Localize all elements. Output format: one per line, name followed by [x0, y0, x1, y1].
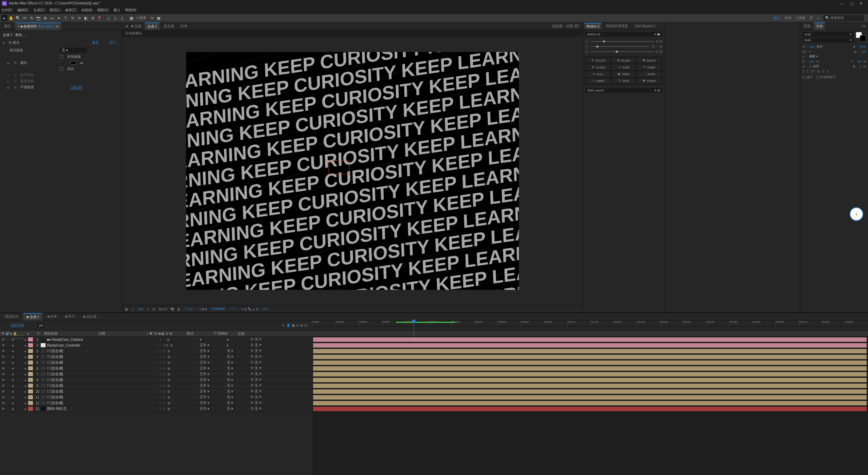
task-launch[interactable]: Task Launch▾ ⊞ [585, 88, 662, 93]
layer-expand[interactable]: ▸ [24, 384, 27, 388]
camera-tool[interactable]: 📷 [35, 15, 41, 21]
layer-expand[interactable]: ▸ [24, 338, 27, 341]
layer-expand[interactable]: ▸ [24, 390, 27, 393]
opacity-expand[interactable]: ▸ [7, 86, 11, 89]
menu-item-1[interactable]: 编辑(E) [17, 8, 29, 13]
hscale-value[interactable]: 95 [858, 60, 861, 63]
visibility-toggle[interactable]: 👁 [1, 338, 5, 341]
footer-mask-icon[interactable]: ◐ [178, 307, 180, 311]
layer-label-color[interactable] [28, 389, 33, 393]
project-tab[interactable]: 项目 [1, 23, 14, 30]
reset-link[interactable]: 重置 [92, 40, 99, 45]
layer-switches[interactable]: ♀/⊕ [159, 378, 200, 382]
layer-label-color[interactable] [28, 401, 33, 405]
layer-bar[interactable] [313, 343, 867, 348]
layer-mode[interactable]: 正常 ▾ [200, 349, 227, 353]
layer-mode[interactable]: 正常 ▾ [200, 372, 227, 376]
motion-tool-clone[interactable]: ⊕CLONE [585, 64, 611, 71]
invert-checkbox[interactable] [60, 67, 63, 71]
slider1[interactable] [591, 41, 654, 42]
layer-expand[interactable]: ▸ [24, 401, 27, 405]
layer-trkmat[interactable]: 无 ▾ [227, 354, 251, 359]
menu-item-3[interactable]: 图层(L) [50, 8, 60, 13]
axis-view[interactable]: ⊥ [119, 15, 125, 21]
vscale-value[interactable]: 150 [809, 60, 814, 63]
layer-trkmat[interactable]: 无 ▾ [227, 383, 251, 388]
layer-mode[interactable]: 正常 ▾ [200, 377, 227, 382]
layer-parent[interactable]: ⊙无▾ [251, 406, 285, 411]
motion-tool-rope[interactable]: ⟋ROPE [636, 71, 662, 77]
layer-trkmat[interactable]: 无 ▾ [227, 395, 251, 400]
snap-toggle[interactable]: ▦ [128, 15, 134, 21]
layer-parent[interactable]: ⊙无▾ [251, 343, 285, 348]
layer-name[interactable]: [黑色 纯色 2] [47, 406, 111, 411]
layer-bar[interactable] [313, 349, 867, 353]
layer-expand[interactable]: ▸ [24, 372, 27, 376]
slider2-radio[interactable] [585, 45, 589, 48]
visibility-toggle[interactable]: 👁 [1, 390, 5, 393]
motion-tool-blend[interactable]: ⊞BLEND [611, 57, 636, 64]
footer-views[interactable]: 1 个… [229, 307, 238, 311]
comp-tab-2[interactable]: 总合成 [161, 23, 177, 30]
track-row[interactable] [312, 400, 868, 406]
leading-value[interactable]: 自动 [860, 45, 866, 49]
visibility-toggle[interactable]: 👁 [1, 361, 5, 365]
layer-mode[interactable]: 正常 ▾ [200, 360, 227, 365]
comp-tab-3[interactable]: 好奇 [178, 23, 190, 30]
motion-tool-warp[interactable]: 〰WARP [585, 77, 611, 84]
menu-item-8[interactable]: 帮助(H) [125, 8, 137, 13]
footer-icon-b[interactable]: ▢ [131, 307, 134, 311]
color-swatch[interactable] [71, 61, 76, 65]
layer-bar[interactable] [313, 407, 867, 411]
motion-tool-stare[interactable]: ✱STARE [636, 77, 662, 84]
text-color-swatch[interactable] [856, 32, 866, 41]
workspace-small[interactable]: 小屏幕 [795, 16, 806, 20]
layer-name[interactable]: ☐ [总合成] [47, 366, 111, 371]
layer-parent[interactable]: ⊙无▾ [251, 372, 285, 376]
layer-trkmat[interactable]: 无 ▾ [227, 372, 251, 376]
track-row[interactable] [312, 377, 868, 383]
layer-row[interactable]: 👁●▸3☐ [总合成]♀/⊕正常 ▾无 ▾⊙无▾ [0, 348, 312, 354]
track-row[interactable] [312, 342, 868, 348]
kerning-value[interactable]: ▾ [809, 50, 811, 53]
pen-tool[interactable]: ✒ [56, 15, 62, 21]
menu-item-6[interactable]: 视图(V) [97, 8, 108, 13]
layer-bar[interactable] [313, 384, 867, 388]
motion-preset[interactable]: Motion v2▾ 🏔 [585, 32, 662, 37]
layer-label-color[interactable] [28, 366, 33, 370]
footer-px[interactable]: +0.0 [262, 307, 268, 311]
col-mode[interactable]: 模式 [187, 331, 214, 336]
tl-tool-f[interactable]: ⊡ [304, 323, 307, 327]
layer-row[interactable]: 👁●▸6☐ [总合成]♀/⊕正常 ▾无 ▾⊙无▾ [0, 366, 312, 371]
work-area[interactable] [396, 322, 455, 323]
timeline-tab-2[interactable]: ■ 好奇 [44, 313, 60, 320]
script-manager-tab[interactable]: AE脚本管理器 [604, 23, 630, 30]
layer-bar[interactable] [313, 378, 867, 382]
comp-nav-back[interactable]: ◄ [124, 24, 130, 28]
layer-mode[interactable]: 正常 ▾ [200, 406, 227, 411]
menu-item-5[interactable]: 动画(A) [81, 8, 92, 13]
layer-mode[interactable]: 正常 ▾ [200, 366, 227, 371]
footer-cam-icon[interactable]: 📷 [170, 307, 174, 311]
text-style-2[interactable]: TT [811, 70, 815, 74]
opacity-stopwatch[interactable]: ⏱ [14, 86, 18, 89]
tl-tool-d[interactable]: ⊘ [296, 323, 299, 327]
font-style[interactable]: Bold▾ [802, 38, 854, 42]
col-comment[interactable]: 注释 [98, 331, 146, 336]
roto-tool[interactable]: ⊘ [90, 15, 96, 21]
layer-switches[interactable]: ♀/⊕ [159, 367, 200, 370]
timeline-tab-1[interactable]: ■ 合成 1 [23, 313, 42, 320]
footer-res-icon[interactable]: ⊞ [152, 307, 155, 311]
footer-extra-icons[interactable]: ▾ ⊞ 🔧 ▲ ⊕ [241, 307, 259, 311]
layer-name[interactable]: ☐ [总合成] [47, 372, 111, 376]
layer-name[interactable]: ☐ [总合成] [47, 389, 111, 394]
col-name[interactable]: 图层名称 [44, 331, 98, 336]
ligatures-checkbox[interactable]: 连字 [802, 75, 813, 80]
layer-name[interactable]: ☐ [总合成] [47, 377, 111, 382]
visibility-toggle[interactable]: 👁 [1, 384, 5, 388]
footer-res[interactable]: 二分之一 [184, 307, 196, 311]
misc-tool-b[interactable]: ▦ [156, 15, 162, 21]
font-family[interactable]: Arial▾ [802, 32, 854, 37]
layer-row[interactable]: 👁●▸2HandyCam_Controller♀/fx⊕正常 ▾ ▾⊙无▾ [0, 342, 312, 348]
slider3[interactable] [591, 51, 654, 52]
